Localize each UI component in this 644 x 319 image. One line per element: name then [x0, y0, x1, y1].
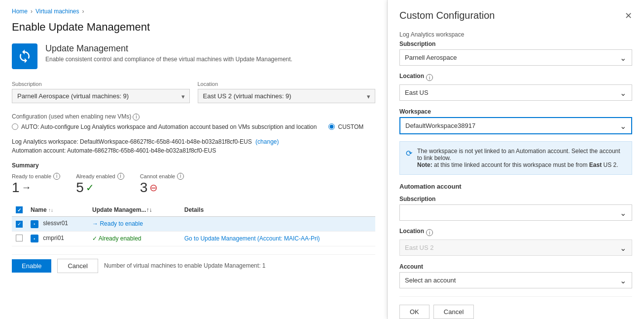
location-select[interactable]: East US 2 (virtual machines: 9)	[198, 89, 376, 103]
update-management-icon	[12, 43, 37, 69]
breadcrumb-home[interactable]: Home	[12, 8, 28, 15]
auto-subscription-select[interactable]	[399, 204, 632, 221]
col-status[interactable]: Update Managem...↑↓	[88, 203, 180, 217]
info-banner-text: The workspace is not yet linked to an Au…	[417, 148, 626, 168]
row2-details-link[interactable]: Go to Update Management (Account: MAIC-A…	[184, 235, 320, 242]
info-banner-note: Note: at this time linked account for th…	[417, 161, 618, 168]
auto-subscription-label: Subscription	[399, 196, 435, 202]
rp-location-info-icon[interactable]: i	[426, 74, 433, 81]
auto-location-label: Location	[399, 228, 424, 235]
col-details: Details	[180, 203, 375, 217]
account-select[interactable]: Select an account	[399, 272, 632, 288]
ready-value: 1 →	[12, 180, 60, 196]
banner-description: Enable consistent control and compliance…	[45, 56, 292, 63]
cancel-button[interactable]: Cancel	[57, 259, 98, 273]
rp-workspace-label-wrapper: Workspace	[399, 108, 632, 115]
radio-auto-input[interactable]	[12, 123, 18, 130]
vm-table: ✓ Name ↑↓ Update Managem...↑↓ Details ✓ …	[12, 203, 375, 246]
account-select-wrapper[interactable]: Select an account	[399, 272, 632, 288]
info-banner: ⟳ The workspace is not yet linked to an …	[399, 141, 632, 175]
summary-section: Summary Ready to enable i 1 → Already en…	[12, 162, 375, 196]
row2-status: ✓ Already enabled	[88, 231, 180, 246]
panel-cancel-button[interactable]: Cancel	[433, 305, 474, 319]
close-button[interactable]: ✕	[625, 10, 632, 21]
auto-location-select[interactable]: East US 2	[399, 239, 632, 256]
cannot-label: Cannot enable i	[140, 173, 184, 180]
rp-subscription-label: Subscription	[399, 40, 435, 47]
config-label: Configuration (used when enabling new VM…	[12, 113, 375, 120]
row1-status-value: → Ready to enable	[92, 220, 143, 227]
refresh-icon	[17, 49, 32, 64]
row1-status: → Ready to enable	[88, 217, 180, 232]
enable-button[interactable]: Enable	[12, 259, 51, 273]
row1-name: slessvr01	[27, 217, 88, 232]
rp-workspace-select-wrapper[interactable]: DefaultWorkspace38917	[399, 117, 632, 134]
radio-custom-input[interactable]	[328, 123, 335, 130]
cannot-info-icon[interactable]: i	[177, 173, 184, 180]
summary-title: Summary	[12, 162, 375, 169]
account-label-wrapper: Account	[399, 263, 632, 270]
location-select-wrapper[interactable]: East US 2 (virtual machines: 9)	[198, 89, 376, 103]
change-link[interactable]: (change)	[255, 138, 279, 145]
page-footer: Enable Cancel Number of virtual machines…	[12, 254, 375, 273]
table-row[interactable]: cmpri01 ✓ Already enabled Go to Update M…	[12, 231, 375, 246]
config-info-icon[interactable]: i	[133, 114, 140, 120]
already-value: 5 ✓	[76, 180, 124, 196]
ready-info-icon[interactable]: i	[53, 173, 60, 180]
left-panel: Home › Virtual machines › Enable Update …	[0, 0, 388, 319]
auto-location-info-icon[interactable]: i	[426, 229, 433, 236]
subscription-group: Subscription Parnell Aerospace (virtual …	[12, 81, 190, 103]
row1-checkbox-cell[interactable]: ✓	[12, 217, 27, 232]
rp-location-label: Location	[399, 73, 424, 80]
auto-location-label-wrapper: Location i	[399, 228, 632, 238]
summary-already: Already enabled i 5 ✓	[76, 173, 124, 196]
automation-account-row: Automation account: Automate-68627f8c-65…	[12, 147, 375, 154]
rp-location-select[interactable]: East US	[399, 84, 632, 101]
cannot-x-icon: ⊖	[149, 182, 158, 194]
location-group: Location East US 2 (virtual machines: 9)	[198, 81, 376, 103]
analytics-value: DefaultWorkspace-68627f8c-65b8-4601-b48e…	[80, 138, 252, 145]
radio-custom-label: CUSTOM	[338, 123, 363, 130]
account-label: Account	[399, 263, 423, 270]
already-info-icon[interactable]: i	[117, 173, 124, 180]
footer-note: Number of virtual machines to enable Upd…	[104, 262, 266, 269]
summary-ready: Ready to enable i 1 →	[12, 173, 60, 196]
vm-icon-1	[31, 220, 38, 228]
auto-subscription-label-wrapper: Subscription	[399, 195, 632, 202]
breadcrumb-sep1: ›	[31, 8, 33, 15]
subscription-location-row: Subscription Parnell Aerospace (virtual …	[12, 81, 375, 103]
row2-details[interactable]: Go to Update Management (Account: MAIC-A…	[180, 231, 375, 246]
row2-name: cmpri01	[27, 231, 88, 246]
rp-workspace-select[interactable]: DefaultWorkspace38917	[399, 117, 632, 134]
summary-cannot: Cannot enable i 3 ⊖	[140, 173, 184, 196]
info-banner-icon: ⟳	[406, 149, 412, 168]
automation-section-label: Automation account	[399, 183, 632, 190]
breadcrumb: Home › Virtual machines ›	[12, 8, 375, 15]
auto-location-select-wrapper[interactable]: East US 2	[399, 239, 632, 256]
analytics-workspace-row: Log Analytics workspace: DefaultWorkspac…	[12, 138, 375, 145]
banner-text: Update Management Enable consistent cont…	[45, 43, 292, 63]
rp-location-select-wrapper[interactable]: East US	[399, 84, 632, 101]
already-check-icon: ✓	[86, 182, 94, 194]
radio-custom[interactable]: CUSTOM	[328, 123, 363, 130]
col-name[interactable]: Name ↑↓	[27, 203, 88, 217]
radio-auto[interactable]: AUTO: Auto-configure Log Analytics works…	[12, 123, 317, 130]
already-label: Already enabled i	[76, 173, 124, 180]
row2-checkbox-cell[interactable]	[12, 231, 27, 246]
rp-subscription-select-wrapper[interactable]: Parnell Aerospace	[399, 49, 632, 66]
row1-checkbox[interactable]: ✓	[16, 221, 23, 228]
vm-icon-2	[31, 235, 38, 242]
auto-subscription-select-wrapper[interactable]	[399, 204, 632, 221]
subscription-select[interactable]: Parnell Aerospace (virtual machines: 9)	[12, 89, 190, 103]
rp-workspace-label: Workspace	[399, 108, 431, 115]
table-row[interactable]: ✓ slessvr01 → Ready to enable	[12, 217, 375, 232]
header-checkbox[interactable]: ✓	[16, 206, 23, 213]
breadcrumb-vms[interactable]: Virtual machines	[36, 8, 79, 15]
subscription-select-wrapper[interactable]: Parnell Aerospace (virtual machines: 9)	[12, 89, 190, 103]
ok-button[interactable]: OK	[399, 305, 429, 319]
row2-checkbox[interactable]	[16, 235, 23, 241]
rp-subscription-select[interactable]: Parnell Aerospace	[399, 49, 632, 66]
radio-auto-label: AUTO: Auto-configure Log Analytics works…	[21, 123, 317, 130]
subscription-label: Subscription	[12, 81, 190, 87]
name-sort-icon: ↑↓	[48, 207, 53, 213]
